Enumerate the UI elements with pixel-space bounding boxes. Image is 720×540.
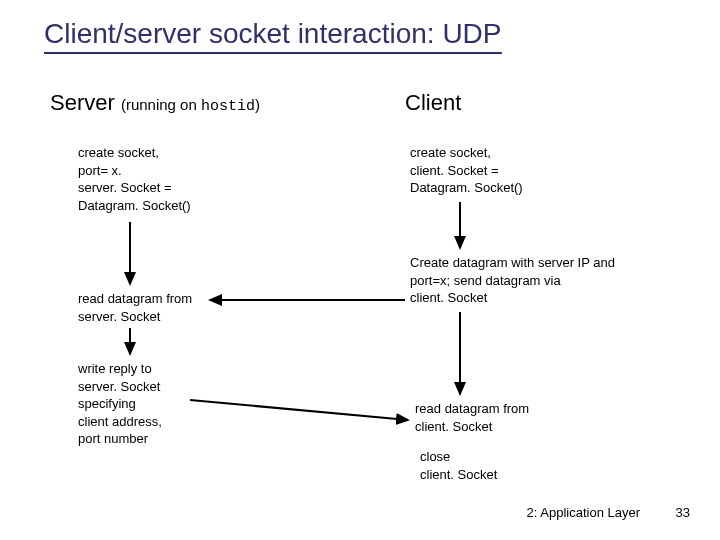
arrow-server-write-to-client-read: [190, 400, 408, 420]
flow-arrows: [0, 0, 720, 540]
